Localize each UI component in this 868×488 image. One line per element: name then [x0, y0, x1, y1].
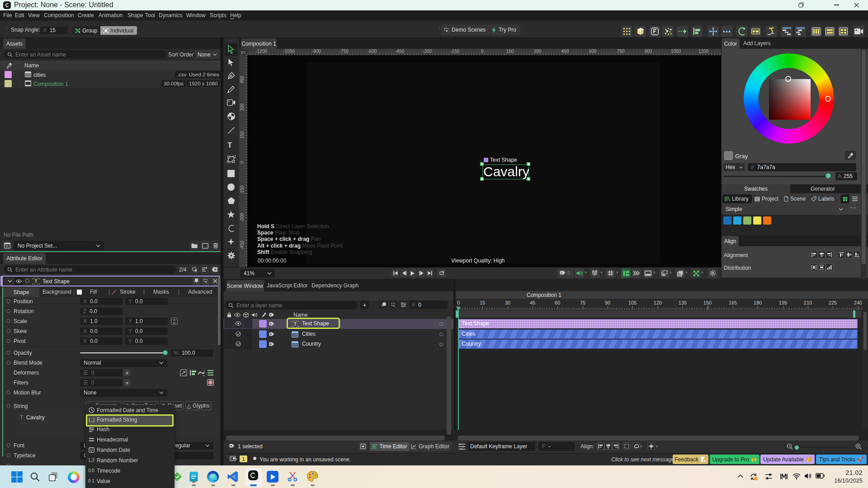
svg-text:0: 0: [567, 271, 570, 276]
